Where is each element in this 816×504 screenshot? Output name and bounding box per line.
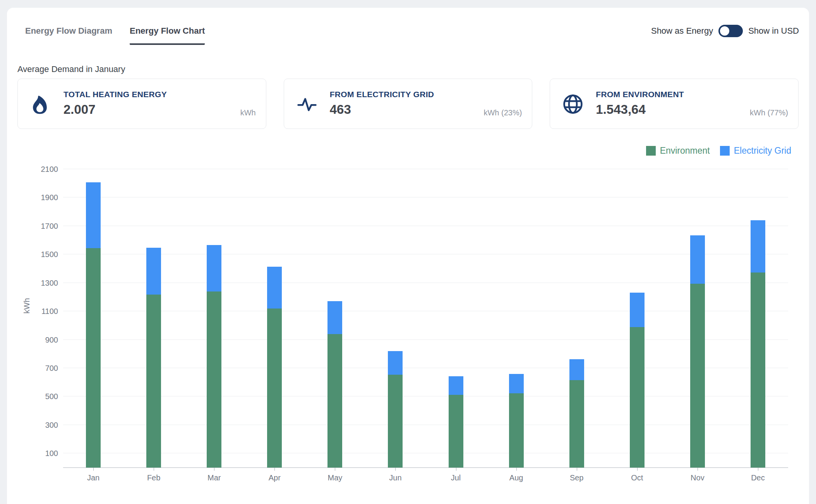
x-tick (577, 468, 577, 471)
gridline (63, 453, 788, 453)
bar-electricity-grid-oct[interactable] (630, 293, 645, 327)
gridline (63, 311, 788, 311)
card-title: TOTAL HEATING ENERGY (63, 90, 167, 99)
card-title: FROM ELECTRICITY GRID (330, 90, 434, 99)
x-tick (395, 468, 396, 471)
legend-item-electricity-grid[interactable]: Electricity Grid (720, 146, 791, 156)
main-panel: Energy Flow Diagram Energy Flow Chart Sh… (7, 8, 809, 504)
x-tick-label-feb: Feb (147, 473, 160, 482)
card-title: FROM ENVIRONMENT (596, 90, 684, 99)
x-tick (335, 468, 335, 471)
y-tick-label: 1700 (31, 221, 58, 230)
y-tick-label: 1900 (31, 193, 58, 202)
energy-usd-toggle[interactable] (718, 25, 743, 37)
x-tick (93, 468, 94, 471)
bar-environment-sep[interactable] (569, 380, 584, 468)
card-unit: kWh (23%) (483, 108, 522, 117)
card-unit: kWh (77%) (750, 108, 788, 117)
bar-environment-feb[interactable] (146, 295, 161, 468)
x-tick-label-jun: Jun (389, 473, 401, 482)
y-tick-label: 500 (31, 392, 58, 401)
y-tick-label: 1500 (31, 250, 58, 259)
toggle-left-label: Show as Energy (651, 26, 713, 36)
bar-electricity-grid-may[interactable] (327, 301, 342, 334)
bar-environment-jul[interactable] (449, 395, 463, 468)
legend-swatch-electricity-grid (720, 146, 730, 156)
bar-electricity-grid-mar[interactable] (207, 245, 221, 291)
x-tick (758, 468, 758, 471)
gridline (63, 197, 788, 197)
bar-environment-oct[interactable] (630, 327, 645, 468)
bar-electricity-grid-feb[interactable] (146, 248, 161, 295)
card-total-heating-energy: TOTAL HEATING ENERGY 2.007 kWh (17, 79, 266, 129)
bar-electricity-grid-jul[interactable] (449, 376, 463, 395)
bar-environment-nov[interactable] (690, 284, 705, 468)
x-tick-label-jul: Jul (451, 473, 461, 482)
bar-environment-jun[interactable] (388, 375, 403, 468)
y-tick-label: 1100 (31, 307, 58, 316)
bar-environment-mar[interactable] (207, 291, 221, 468)
x-tick-label-oct: Oct (631, 473, 643, 482)
legend-swatch-environment (646, 146, 656, 156)
bar-electricity-grid-dec[interactable] (751, 220, 765, 273)
gridline (63, 425, 788, 425)
tab-energy-flow-chart[interactable]: Energy Flow Chart (130, 26, 205, 45)
bar-environment-dec[interactable] (751, 273, 765, 468)
x-tick (698, 468, 698, 471)
card-value: 2.007 (63, 102, 167, 117)
gridline (63, 396, 788, 396)
stat-cards: TOTAL HEATING ENERGY 2.007 kWh FROM ELEC… (17, 79, 799, 129)
activity-icon (297, 94, 317, 129)
bar-environment-may[interactable] (327, 334, 342, 468)
y-tick-label: 2100 (31, 165, 58, 174)
x-tick-label-may: May (327, 473, 342, 482)
toggle-knob (720, 26, 729, 36)
x-tick (456, 468, 456, 471)
legend-label: Environment (660, 146, 710, 156)
legend-item-environment[interactable]: Environment (646, 146, 710, 156)
unit-toggle-row: Show as Energy Show in USD (651, 25, 799, 37)
flame-icon (30, 94, 50, 129)
globe-icon (562, 94, 583, 129)
bar-electricity-grid-apr[interactable] (267, 267, 282, 309)
card-unit: kWh (240, 108, 256, 117)
bar-electricity-grid-jun[interactable] (388, 351, 403, 375)
x-tick-label-mar: Mar (207, 473, 221, 482)
x-tick-label-sep: Sep (570, 473, 584, 482)
y-tick-label: 1300 (31, 278, 58, 287)
tab-bar: Energy Flow Diagram Energy Flow Chart (25, 26, 205, 45)
card-value: 1.543,64 (596, 102, 684, 117)
gridline (63, 226, 788, 226)
toggle-right-label: Show in USD (748, 26, 799, 36)
y-tick-label: 300 (31, 420, 58, 429)
x-tick (154, 468, 154, 471)
gridline (63, 169, 788, 169)
x-tick (516, 468, 517, 471)
bar-electricity-grid-nov[interactable] (690, 235, 705, 284)
gridline (63, 283, 788, 283)
y-tick-label: 700 (31, 364, 58, 373)
y-tick-label: 900 (31, 335, 58, 344)
gridline (63, 368, 788, 368)
x-tick-label-apr: Apr (269, 473, 281, 482)
bar-environment-aug[interactable] (509, 393, 524, 468)
tab-energy-flow-diagram[interactable]: Energy Flow Diagram (25, 26, 112, 45)
plot-area: 100300500700900110013001500170019002100J… (63, 169, 788, 468)
legend-label: Electricity Grid (734, 146, 791, 156)
x-tick-label-dec: Dec (751, 473, 765, 482)
gridline (63, 254, 788, 254)
bar-electricity-grid-sep[interactable] (569, 359, 584, 380)
gridline (63, 339, 788, 340)
x-axis-line (63, 467, 788, 468)
x-tick (214, 468, 214, 471)
bar-electricity-grid-jan[interactable] (86, 182, 101, 248)
card-value: 463 (330, 102, 434, 117)
y-tick-label: 100 (31, 449, 58, 458)
bar-environment-apr[interactable] (267, 309, 282, 468)
section-title: Average Demand in January (17, 64, 125, 74)
bar-environment-jan[interactable] (86, 248, 101, 468)
x-tick-label-aug: Aug (509, 473, 523, 482)
x-tick-label-nov: Nov (691, 473, 705, 482)
y-axis-title: kWh (22, 298, 31, 314)
bar-electricity-grid-aug[interactable] (509, 374, 524, 393)
